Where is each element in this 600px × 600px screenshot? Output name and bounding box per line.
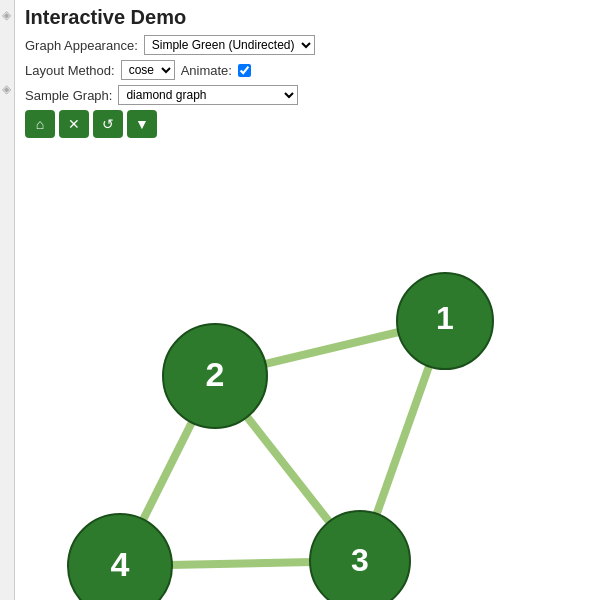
node-3-label: 3 (351, 542, 369, 578)
graph-appearance-label: Graph Appearance: (25, 38, 138, 53)
fit-button[interactable]: ✕ (59, 110, 89, 138)
graph-area: 1 2 3 4 (25, 146, 590, 600)
appearance-row: Graph Appearance: Simple Green (Undirect… (25, 35, 590, 55)
sample-graph-row: Sample Graph: diamond graph (25, 85, 590, 105)
sample-graph-label: Sample Graph: (25, 88, 112, 103)
layout-method-label: Layout Method: (25, 63, 115, 78)
layout-row: Layout Method: cose Animate: (25, 60, 590, 80)
graph-svg: 1 2 3 4 (25, 146, 590, 600)
main-content: Interactive Demo Graph Appearance: Simpl… (15, 0, 600, 600)
node-1-label: 1 (436, 300, 454, 336)
left-sidebar: ◈ ◈ (0, 0, 15, 600)
node-4-label: 4 (111, 545, 130, 583)
toolbar: ⌂ ✕ ↺ ▼ (25, 110, 590, 138)
sidebar-icon-top: ◈ (0, 8, 14, 22)
animate-checkbox[interactable] (238, 64, 251, 77)
sidebar-icon-bottom: ◈ (0, 82, 14, 96)
refresh-button[interactable]: ↺ (93, 110, 123, 138)
layout-method-select[interactable]: cose (121, 60, 175, 80)
node-2-label: 2 (206, 355, 225, 393)
page: ◈ ◈ Interactive Demo Graph Appearance: S… (0, 0, 600, 600)
page-title: Interactive Demo (25, 6, 590, 29)
download-button[interactable]: ▼ (127, 110, 157, 138)
graph-appearance-select[interactable]: Simple Green (Undirected) (144, 35, 315, 55)
sample-graph-select[interactable]: diamond graph (118, 85, 298, 105)
animate-label: Animate: (181, 63, 232, 78)
home-button[interactable]: ⌂ (25, 110, 55, 138)
